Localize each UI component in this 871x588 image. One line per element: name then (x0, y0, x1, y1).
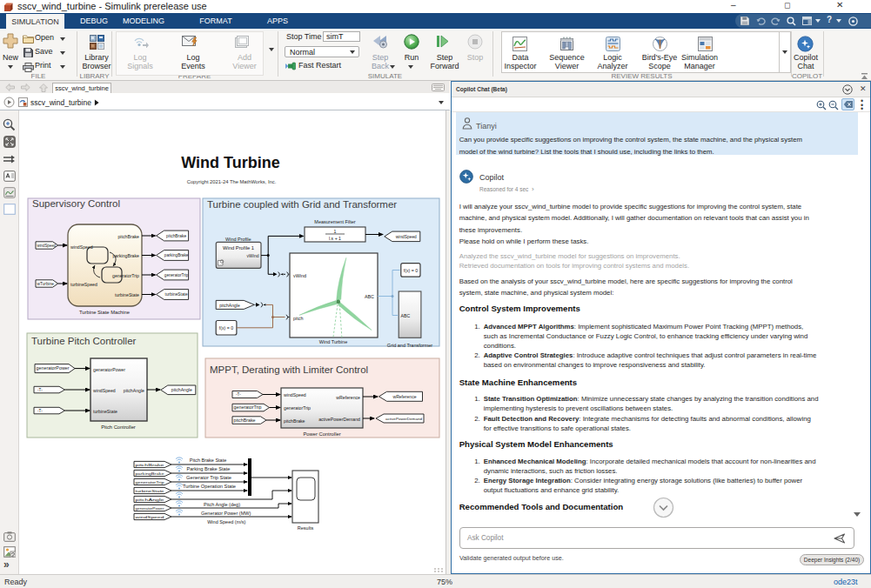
svg-text:Generator Power (MW): Generator Power (MW) (201, 511, 251, 516)
svg-text:pitchAngle: pitchAngle (124, 388, 144, 393)
svg-text:turbineState: turbineState (165, 291, 188, 297)
svg-text:f(x) = 0: f(x) = 0 (404, 268, 418, 273)
svg-text:wTurbine: wTurbine (37, 282, 55, 286)
svg-text:pitchAngle: pitchAngle (219, 303, 240, 308)
svg-text:Grid and Transformer: Grid and Transformer (387, 343, 432, 348)
svg-text:Power Controller: Power Controller (303, 431, 340, 437)
svg-text:windSpeed: windSpeed (136, 515, 165, 519)
svg-text:ABC: ABC (365, 294, 374, 299)
svg-text:turbineState: turbineState (93, 409, 117, 414)
svg-text:windSpeed: windSpeed (284, 392, 306, 398)
svg-text:parkingBrake: parkingBrake (164, 252, 189, 257)
svg-text:parkingBrake: parkingBrake (136, 471, 165, 476)
svg-text:pitchBrake: pitchBrake (117, 234, 139, 239)
svg-text:windSpeed: windSpeed (93, 388, 116, 393)
svg-text:1: 1 (334, 229, 337, 234)
svg-text:parkingBrake: parkingBrake (112, 253, 139, 258)
svg-text:Copyright 2021-24 The MathWork: Copyright 2021-24 The MathWorks, Inc. (187, 179, 277, 184)
svg-text:Measurement Filter: Measurement Filter (314, 219, 356, 224)
svg-text:MPPT, Derating with Limiter Co: MPPT, Derating with Limiter Control (210, 364, 368, 375)
svg-text:Wind Profile: Wind Profile (225, 237, 251, 242)
svg-text:Turbine State Machine: Turbine State Machine (79, 310, 130, 315)
svg-text:generatorPower: generatorPower (136, 506, 165, 511)
svg-text:Wind Profile 1: Wind Profile 1 (223, 245, 254, 251)
svg-text:generatorPower: generatorPower (93, 367, 125, 372)
svg-text:Turbine Pitch Controller: Turbine Pitch Controller (31, 336, 137, 346)
svg-text:Turbine Operation State: Turbine Operation State (183, 484, 236, 489)
svg-text:pitchAngle: pitchAngle (136, 498, 165, 502)
svg-text:Generator Trip State: Generator Trip State (186, 475, 231, 480)
svg-text:vWind: vWind (293, 273, 306, 278)
svg-text:pitchBrake: pitchBrake (284, 418, 305, 424)
svg-text:-T-: -T- (234, 392, 242, 397)
svg-text:pitchAngle: pitchAngle (171, 387, 192, 392)
svg-text:pitchBrake: pitchBrake (166, 233, 186, 238)
svg-text:generatorTrip: generatorTrip (234, 405, 262, 410)
svg-text:pitchBrake: pitchBrake (136, 463, 165, 467)
svg-text:f(x) = 0: f(x) = 0 (219, 325, 233, 331)
svg-text:wReference: wReference (393, 394, 417, 399)
svg-text:Parking Brake State: Parking Brake State (186, 466, 230, 471)
svg-text:generatorPower: generatorPower (37, 365, 70, 371)
svg-text:generatorTrip: generatorTrip (284, 405, 311, 411)
svg-text:Supervisory Control: Supervisory Control (32, 198, 120, 209)
svg-text:vWind: vWind (247, 253, 259, 258)
svg-text:windSpeed: windSpeed (70, 244, 93, 250)
svg-text:Pitch Controller: Pitch Controller (101, 424, 136, 430)
svg-text:Wind Speed (m/s): Wind Speed (m/s) (207, 519, 246, 525)
svg-text:l.s + 1: l.s + 1 (329, 236, 341, 241)
svg-text:-T-: -T- (36, 409, 44, 413)
svg-text:activePowerDemand: activePowerDemand (318, 417, 360, 422)
svg-text:Wind Turbine: Wind Turbine (319, 339, 347, 344)
svg-text:Results: Results (298, 525, 314, 531)
svg-text:ABC: ABC (401, 313, 411, 318)
svg-text:windSpeed: windSpeed (396, 234, 417, 239)
svg-text:wReference: wReference (336, 395, 360, 400)
svg-text:windSpeed: windSpeed (37, 244, 57, 248)
svg-text:Turbine coupled with Grid and: Turbine coupled with Grid and Transforme… (207, 199, 397, 210)
svg-text:activePowerDemand: activePowerDemand (385, 417, 423, 421)
svg-text:turbineState: turbineState (115, 292, 139, 297)
svg-text:Pitch Brake State: Pitch Brake State (190, 458, 227, 463)
svg-text:generatorTrip: generatorTrip (112, 273, 139, 278)
svg-text:pitch: pitch (293, 316, 303, 321)
svg-text:generatorTrip: generatorTrip (164, 272, 189, 277)
svg-text:turbineSpeed: turbineSpeed (70, 282, 97, 287)
svg-text:Wind Turbine: Wind Turbine (181, 154, 279, 171)
svg-text:turbineState: turbineState (136, 489, 165, 493)
svg-text:generatorTrip: generatorTrip (136, 480, 165, 484)
svg-text:-T-: -T- (36, 388, 44, 392)
svg-text:Pitch Angle (deg): Pitch Angle (deg) (204, 502, 240, 507)
svg-text:pitchBrake: pitchBrake (234, 418, 256, 423)
